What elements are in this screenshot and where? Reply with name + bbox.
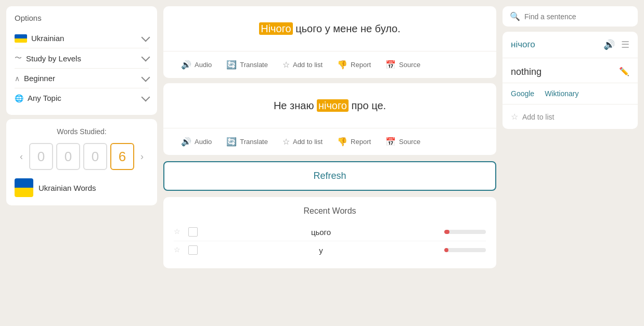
study-levels-left: 〜 Study by Levels [15, 54, 81, 63]
list-icon-dict[interactable]: ☰ [621, 39, 629, 50]
words-footer: Ukrainian Words [15, 178, 149, 197]
sentence-actions-1: 🔊 Audio 🔄 Translate ☆ Add to list 👎 Repo… [163, 51, 496, 78]
language-option[interactable]: Ukrainian [15, 29, 149, 48]
translate-label-1: Translate [240, 61, 268, 69]
audio-icon: 🔊 [181, 60, 191, 70]
language-label: Ukrainian [31, 34, 64, 43]
sentence-text-2: Не знаю нічого про це. [163, 83, 496, 128]
highlight-word-2: нічого [317, 99, 349, 112]
digit-0: 0 [29, 143, 53, 170]
refresh-button[interactable]: Refresh [163, 161, 496, 191]
language-left: Ukrainian [15, 34, 64, 43]
dict-header: нічого 🔊 ☰ [503, 32, 638, 58]
dict-icons: 🔊 ☰ [603, 39, 629, 50]
recent-words-panel: Recent Words ☆ цього ☆ у [163, 197, 496, 268]
audio-icon-dict[interactable]: 🔊 [603, 39, 615, 50]
ukrainian-flag-icon [15, 34, 27, 43]
chevron-down-icon [141, 73, 150, 82]
translate-icon: 🔄 [226, 60, 237, 70]
report-btn-1[interactable]: 👎 Report [330, 57, 378, 73]
report-icon-2: 👎 [337, 137, 347, 147]
chevron-down-icon [141, 33, 150, 42]
audio-btn-1[interactable]: 🔊 Audio [174, 57, 219, 73]
star-icon-row-1[interactable]: ☆ [174, 245, 183, 255]
options-title: Options [15, 14, 149, 22]
dict-word: нічого [511, 40, 535, 50]
report-label-1: Report [351, 61, 371, 69]
add-to-list-label-2: Add to list [293, 138, 323, 146]
google-link[interactable]: Google [511, 89, 534, 98]
checkbox-row-0[interactable] [188, 227, 198, 237]
progress-bar-0 [444, 230, 486, 234]
words-studied-title: Words Studied: [15, 127, 149, 136]
sentence-card-1: Нічого цього у мене не було. 🔊 Audio 🔄 T… [163, 6, 496, 78]
recent-word-row-1: ☆ у [174, 241, 486, 259]
report-label-2: Report [351, 138, 371, 146]
sentence-text-1: Нічого цього у мене не було. [163, 6, 496, 51]
report-icon: 👎 [337, 60, 347, 70]
edit-icon[interactable]: ✏️ [619, 67, 629, 76]
progress-bar-1 [444, 248, 486, 252]
chevron-down-icon [141, 93, 150, 101]
right-panel: 🔍 нічого 🔊 ☰ nothing ✏️ Google Wiktionar… [503, 6, 638, 320]
study-levels-label: Study by Levels [26, 54, 81, 63]
words-footer-label: Ukrainian Words [38, 184, 96, 192]
source-btn-2[interactable]: 📅 Source [378, 134, 428, 150]
wiktionary-link[interactable]: Wiktionary [545, 89, 578, 98]
recent-word-text-1: у [203, 246, 439, 255]
audio-label-2: Audio [195, 138, 212, 146]
search-input[interactable] [524, 12, 630, 21]
sentence-actions-2: 🔊 Audio 🔄 Translate ☆ Add to list 👎 Repo… [163, 128, 496, 155]
translate-icon-2: 🔄 [226, 137, 237, 147]
sidebar: Options Ukrainian 〜 Study by Levels ∧ Be… [6, 6, 157, 320]
add-to-list-btn-1[interactable]: ☆ Add to list [275, 57, 330, 73]
progress-fill-0 [444, 230, 449, 234]
source-btn-1[interactable]: 📅 Source [378, 57, 428, 73]
audio-icon-2: 🔊 [181, 137, 191, 147]
audio-label-1: Audio [195, 61, 212, 69]
level-icon: ∧ [15, 74, 20, 83]
checkbox-row-1[interactable] [188, 245, 198, 255]
topic-left: 🌐 Any Topic [15, 94, 61, 102]
book-icon [15, 178, 33, 197]
level-option[interactable]: ∧ Beginner [15, 69, 149, 88]
source-icon-2: 📅 [385, 137, 396, 147]
source-label-2: Source [399, 138, 420, 146]
translate-btn-1[interactable]: 🔄 Translate [219, 57, 275, 73]
add-to-list-label-1: Add to list [293, 61, 323, 69]
search-panel: 🔍 [503, 6, 638, 27]
audio-btn-2[interactable]: 🔊 Audio [174, 134, 219, 150]
star-outline-icon: ☆ [511, 112, 518, 122]
star-icon-2: ☆ [282, 137, 290, 147]
recent-word-row-0: ☆ цього [174, 223, 486, 241]
digit-2: 0 [83, 143, 107, 170]
prev-arrow[interactable]: ‹ [18, 151, 25, 162]
dict-translation-area: nothing ✏️ [503, 58, 638, 83]
sentence-pre-2: Не знаю [274, 100, 317, 111]
sentence-post-2: про це. [349, 100, 386, 111]
chevron-down-icon [141, 53, 150, 62]
dict-translation: nothing [511, 67, 542, 77]
words-studied-panel: Words Studied: ‹ 0 0 0 6 › Ukrainian Wor… [6, 119, 157, 205]
counter-row: ‹ 0 0 0 6 › [15, 143, 149, 170]
source-icon: 📅 [385, 60, 396, 70]
sentence-card-2: Не знаю нічого про це. 🔊 Audio 🔄 Transla… [163, 83, 496, 155]
topic-label: Any Topic [28, 94, 61, 102]
report-btn-2[interactable]: 👎 Report [330, 134, 378, 150]
study-by-levels-option[interactable]: 〜 Study by Levels [15, 48, 149, 69]
highlight-word-1: Нічого [259, 22, 292, 35]
dictionary-panel: нічого 🔊 ☰ nothing ✏️ Google Wiktionary … [503, 32, 638, 129]
next-arrow[interactable]: › [138, 151, 146, 162]
dict-links: Google Wiktionary [503, 83, 638, 105]
globe-icon: 🌐 [15, 94, 23, 102]
star-icon-row-0[interactable]: ☆ [174, 227, 183, 237]
topic-option[interactable]: 🌐 Any Topic [15, 88, 149, 108]
counter-boxes: 0 0 0 6 [29, 143, 134, 170]
translate-btn-2[interactable]: 🔄 Translate [219, 134, 275, 150]
dict-add-to-list[interactable]: ☆ Add to list [503, 105, 638, 129]
digit-1: 0 [56, 143, 80, 170]
level-left: ∧ Beginner [15, 74, 55, 83]
progress-fill-1 [444, 248, 448, 252]
recent-words-title: Recent Words [174, 206, 486, 216]
add-to-list-btn-2[interactable]: ☆ Add to list [275, 134, 330, 150]
